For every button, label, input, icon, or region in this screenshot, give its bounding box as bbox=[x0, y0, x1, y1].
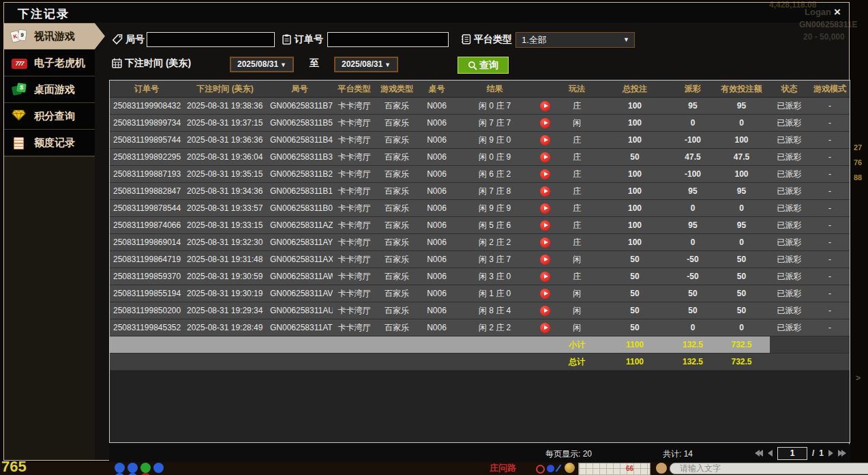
play-icon[interactable] bbox=[540, 220, 550, 231]
cell-order: 250831199908432 bbox=[110, 98, 183, 115]
page-input[interactable]: 1 bbox=[777, 447, 807, 460]
col-header: 有效投注额 bbox=[713, 81, 770, 98]
col-header: 下注时间 (美东) bbox=[183, 81, 267, 98]
platform-type-select[interactable]: 1.全部 ▼ bbox=[515, 32, 635, 48]
cell-game: 百家乐 bbox=[376, 149, 418, 166]
col-header: 局号 bbox=[267, 81, 333, 98]
cell-valid: 95 bbox=[713, 217, 770, 234]
cell-time: 2025-08-31 19:28:49 bbox=[183, 319, 267, 336]
main-panel: 局号 订单号 平台类型 1.全部 ▼ 下注时间 (美东) 2025/08/31▼ bbox=[95, 23, 849, 460]
play-icon[interactable] bbox=[540, 289, 550, 299]
date-from-picker[interactable]: 2025/08/31▼ bbox=[230, 57, 294, 72]
sidebar-item-slot-machine[interactable]: 777电子老虎机 bbox=[4, 50, 95, 76]
cell-valid: 0 bbox=[713, 115, 770, 132]
chat-input[interactable]: 请输入文字 bbox=[670, 463, 868, 474]
table-games-icon: $ bbox=[12, 83, 28, 96]
play-icon[interactable] bbox=[540, 152, 550, 162]
cell-game: 百家乐 bbox=[376, 234, 418, 251]
cell-round: GN006258311B0 bbox=[267, 200, 333, 217]
play-icon[interactable] bbox=[540, 118, 550, 128]
cell-valid: 47.5 bbox=[713, 149, 770, 166]
play-icon[interactable] bbox=[540, 169, 550, 179]
table-row: 2508311998957442025-08-31 19:36:36GN0062… bbox=[110, 132, 850, 149]
play-icon[interactable] bbox=[540, 272, 550, 282]
subtotal-row-cell bbox=[770, 336, 809, 354]
cell-table: N006 bbox=[418, 166, 455, 183]
col-header: 玩法 bbox=[556, 81, 597, 98]
sidebar-item-quota-doc[interactable]: 额度记录 bbox=[4, 130, 95, 156]
cell-payout: -100 bbox=[672, 132, 713, 149]
subtotal-row-cell bbox=[183, 336, 267, 354]
play-icon[interactable] bbox=[540, 135, 550, 145]
bg-roadmap-grid: 66 bbox=[578, 463, 650, 475]
query-button[interactable]: 查询 bbox=[458, 57, 509, 74]
cell-time: 2025-08-31 19:36:36 bbox=[183, 132, 267, 149]
cell-play: 庄 bbox=[556, 149, 597, 166]
cell-bet: 100 bbox=[597, 200, 672, 217]
cell-order: 250831199874066 bbox=[110, 217, 183, 234]
bead-icon bbox=[115, 463, 125, 473]
cell-table: N006 bbox=[418, 200, 455, 217]
play-icon[interactable] bbox=[540, 306, 550, 316]
cell-table: N006 bbox=[418, 132, 455, 149]
cell-game: 百家乐 bbox=[376, 132, 418, 149]
bet-table: 订单号下注时间 (美东)局号平台类型游戏类型桌号结果玩法总投注派彩有效投注额状态… bbox=[110, 81, 850, 371]
dialog-title: 下注记录 bbox=[18, 6, 70, 22]
sidebar-item-video-cards[interactable]: K9视讯游戏 bbox=[4, 23, 95, 50]
cell-time: 2025-08-31 19:38:36 bbox=[183, 98, 267, 115]
cell-valid: 0 bbox=[713, 200, 770, 217]
table-row: 2508311998453522025-08-31 19:28:49GN0062… bbox=[110, 319, 850, 336]
last-page-icon[interactable] bbox=[838, 450, 846, 457]
total-row-cell bbox=[455, 354, 534, 371]
total-count-label: 共计: 14 bbox=[663, 448, 693, 460]
cell-time: 2025-08-31 19:34:36 bbox=[183, 183, 267, 200]
round-input[interactable] bbox=[147, 32, 275, 47]
cell-platform: 卡卡湾厅 bbox=[333, 132, 376, 149]
play-icon[interactable] bbox=[540, 101, 550, 111]
order-input[interactable] bbox=[327, 32, 449, 47]
cell-game: 百家乐 bbox=[376, 268, 418, 285]
cell-platform: 卡卡湾厅 bbox=[333, 200, 376, 217]
cell-mode: - bbox=[809, 302, 850, 319]
sidebar-item-table-games[interactable]: $桌面游戏 bbox=[4, 76, 95, 103]
play-icon[interactable] bbox=[540, 203, 550, 214]
play-icon[interactable] bbox=[540, 238, 550, 248]
cell-platform: 卡卡湾厅 bbox=[333, 166, 376, 183]
cell-payout: 95 bbox=[672, 217, 713, 234]
cell-table: N006 bbox=[418, 234, 455, 251]
cell-table: N006 bbox=[418, 183, 455, 200]
cell-mode: - bbox=[809, 234, 850, 251]
prev-page-icon[interactable] bbox=[768, 450, 773, 457]
col-header: 平台类型 bbox=[333, 81, 376, 98]
first-page-icon[interactable] bbox=[755, 450, 763, 457]
cell-result: 闲 3 庄 0 bbox=[455, 268, 534, 285]
cell-mode: - bbox=[809, 200, 850, 217]
total-row-cell bbox=[534, 354, 556, 371]
play-icon[interactable] bbox=[540, 323, 550, 333]
query-button-label: 查询 bbox=[479, 59, 498, 72]
sidebar-item-points-gem[interactable]: 积分查询 bbox=[4, 103, 95, 130]
cell-payout: -50 bbox=[672, 268, 713, 285]
total-row: 总计1100132.5732.5 bbox=[110, 354, 850, 371]
cell-time: 2025-08-31 19:33:57 bbox=[183, 200, 267, 217]
play-icon[interactable] bbox=[540, 186, 550, 197]
background-bottom-strip: 765 庄问路 66 请输入文字 bbox=[0, 462, 868, 475]
cell-status: 已派彩 bbox=[770, 217, 809, 234]
total-row-cell bbox=[267, 354, 333, 371]
date-to-picker[interactable]: 2025/08/31▼ bbox=[334, 57, 398, 72]
close-icon[interactable]: × bbox=[834, 6, 841, 18]
bet-time-label: 下注时间 (美东) bbox=[125, 57, 191, 70]
next-page-icon[interactable] bbox=[828, 450, 833, 457]
total-row-cell: 732.5 bbox=[713, 354, 770, 371]
cell-round: GN006258311AZ bbox=[267, 217, 333, 234]
cell-platform: 卡卡湾厅 bbox=[333, 268, 376, 285]
cell-platform: 卡卡湾厅 bbox=[333, 234, 376, 251]
cell-status: 已派彩 bbox=[770, 115, 809, 132]
cell-result: 闲 7 庄 7 bbox=[455, 115, 534, 132]
cell-bet: 100 bbox=[597, 132, 672, 149]
play-icon[interactable] bbox=[540, 255, 550, 265]
cell-bet: 100 bbox=[597, 234, 672, 251]
cell-time: 2025-08-31 19:30:19 bbox=[183, 285, 267, 302]
sidebar-empty-area bbox=[4, 156, 95, 460]
table-row: 2508311998922952025-08-31 19:36:04GN0062… bbox=[110, 149, 850, 166]
